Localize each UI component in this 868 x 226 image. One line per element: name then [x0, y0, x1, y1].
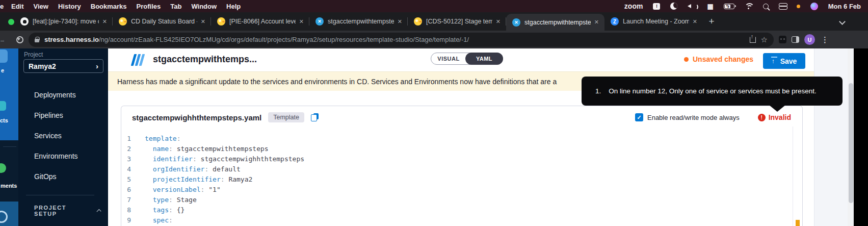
close-icon[interactable]: ✕	[298, 18, 305, 25]
sidebar-item-gitops[interactable]: GitOps	[34, 171, 57, 182]
copy-icon[interactable]	[311, 113, 319, 121]
close-icon[interactable]: ✕	[199, 18, 207, 25]
tab-label: [CDS-50122] Stage templa	[426, 18, 492, 25]
page-content: e cts ments Project Ramya2 › Deployments…	[0, 48, 868, 226]
line-number: 7	[121, 196, 131, 204]
menu-view[interactable]: View	[34, 3, 48, 10]
menubar-clock[interactable]: Mon 6 Feb	[828, 3, 861, 10]
page-gutter	[814, 48, 848, 226]
sidebar-item-environments[interactable]: Environments	[34, 151, 78, 161]
tab-cds-50122[interactable]: [CDS-50122] Stage templa ✕	[408, 12, 506, 31]
menu-bookmarks[interactable]: Bookmarks	[91, 3, 127, 10]
tab-search-chevron-icon[interactable]	[839, 18, 846, 25]
toggle-yaml[interactable]: YAML	[465, 53, 503, 65]
crescent-icon[interactable]	[670, 3, 677, 10]
duck-icon	[414, 17, 422, 26]
project-selector[interactable]: Ramya2 ›	[23, 59, 103, 73]
tab-cd-status-board[interactable]: CD Daily Status Board - Ag ✕	[113, 12, 211, 31]
visual-yaml-toggle[interactable]: VISUAL YAML	[431, 53, 503, 65]
template-studio-main: stgacctempwithtemps... VISUAL YAML Unsav…	[108, 48, 814, 226]
tab-github-pr[interactable]: [feat]:[pie-7340]: move co ✕	[14, 12, 113, 31]
extension-icon[interactable]	[779, 36, 786, 43]
harness-icon: ✕	[512, 18, 520, 27]
code-line[interactable]: 2 name: stgacctempwithtempsteps	[121, 143, 789, 154]
control-center-icon[interactable]	[779, 3, 786, 10]
module-nav-strip: e cts ments	[0, 48, 18, 226]
close-icon[interactable]: ✕	[593, 19, 600, 26]
keyboard-icon[interactable]: ▦	[707, 3, 713, 10]
siri-icon[interactable]	[810, 3, 818, 10]
yaml-code-editor[interactable]: 1template: 2 name: stgacctempwithtempste…	[121, 133, 789, 225]
menu-edit[interactable]: Edit	[11, 3, 24, 10]
tab-label: CD Daily Status Board - Ag	[131, 18, 197, 25]
line-number: 4	[121, 165, 131, 173]
module-icon-fragment-teal[interactable]	[0, 101, 6, 111]
tab-harness-template-active[interactable]: ✕ stgacctempwithtempsteps ✕	[506, 14, 604, 31]
project-setup-label: PROJECT SETUP	[34, 205, 84, 217]
spotlight-search-icon[interactable]	[763, 4, 769, 9]
tab-label: [PIE-8066] Account level t	[229, 18, 296, 25]
line-number: 8	[121, 206, 131, 214]
code-line[interactable]: 4 orgIdentifier: default	[121, 164, 789, 174]
reload-icon[interactable]	[16, 36, 23, 43]
code-line[interactable]: 8 tags: {}	[121, 205, 789, 215]
sidebar-project-setup[interactable]: PROJECT SETUP	[34, 205, 100, 217]
read-write-checkbox[interactable]: ✓	[635, 113, 643, 121]
menu-window[interactable]: Window	[191, 3, 217, 10]
sidebar-item-deployments[interactable]: Deployments	[34, 90, 76, 100]
forward-arrow-icon[interactable]: →	[0, 35, 4, 44]
bookmark-star-icon[interactable]: ☆	[761, 35, 768, 44]
battery-charging-icon[interactable]: ϟ	[724, 4, 734, 9]
traffic-light-green[interactable]	[8, 19, 14, 25]
code-line[interactable]: 6 versionLabel: "1"	[121, 184, 789, 194]
line-number: 3	[121, 155, 131, 163]
sidebar-item-services[interactable]: Services	[34, 131, 62, 141]
zoom-statusbar-label[interactable]: zoom	[624, 2, 643, 10]
tab-pie-8066[interactable]: [PIE-8066] Account level t ✕	[211, 12, 309, 31]
sidebar-item-pipelines[interactable]: Pipelines	[34, 110, 63, 120]
tab-zoom-meeting[interactable]: Z Launch Meeting - Zoom ✕	[604, 12, 703, 31]
status-alert-icon[interactable]: !	[653, 3, 660, 10]
menu-help[interactable]: Help	[226, 3, 241, 10]
close-icon[interactable]: ✕	[101, 18, 109, 25]
unsaved-changes-badge: Unsaved changes	[684, 55, 753, 63]
invalid-status-badge[interactable]: ! Invalid	[758, 113, 791, 121]
scrollbar-thumb[interactable]	[849, 83, 853, 203]
toggle-visual[interactable]: VISUAL	[431, 53, 466, 64]
browser-menu-icon[interactable]: ⋮	[820, 35, 830, 44]
menu-profiles[interactable]: Profiles	[137, 3, 161, 10]
close-icon[interactable]: ✕	[396, 18, 404, 25]
volume-icon[interactable]	[688, 3, 697, 9]
project-label: Project	[24, 51, 43, 58]
chevron-right-icon: ›	[96, 62, 98, 70]
module-icon-fragment-top[interactable]	[0, 49, 8, 63]
menu-tab[interactable]: Tab	[170, 3, 181, 10]
project-sidebar: Project Ramya2 › Deployments Pipelines S…	[18, 48, 108, 226]
browser-scrollbar[interactable]	[848, 48, 854, 226]
address-bar[interactable]: stress.harness.io/ng/account/zEaak-FLS42…	[29, 33, 774, 47]
wifi-icon[interactable]	[745, 3, 753, 9]
studio-header: stgacctempwithtemps... VISUAL YAML Unsav…	[108, 48, 814, 71]
tab-harness-template-1[interactable]: ✕ stgacctempwithtempsteps ✕	[309, 12, 408, 31]
code-line[interactable]: 7 type: Stage	[121, 194, 789, 205]
close-icon[interactable]: ✕	[494, 18, 502, 25]
line-number: 5	[121, 175, 131, 183]
line-number: 6	[121, 186, 131, 193]
share-icon[interactable]: ↑	[750, 37, 756, 43]
profile-avatar[interactable]: U	[804, 34, 815, 45]
yaml-editor-header: stgacctempwighhthtempsteps.yaml Template…	[121, 106, 802, 129]
code-line[interactable]: 1template:	[121, 133, 789, 143]
window-edge	[854, 48, 868, 226]
save-button[interactable]: ↑ Save	[763, 53, 805, 69]
code-line[interactable]: 3 identifier: stgacctempwighhthtempsteps	[121, 154, 789, 164]
code-line[interactable]: 5 projectIdentifier: Ramya2	[121, 174, 789, 184]
page-title: stgacctempwithtemps...	[153, 54, 257, 65]
side-panel-icon[interactable]	[792, 36, 799, 43]
url-text[interactable]: stress.harness.io/ng/account/zEaak-FLS42…	[44, 36, 745, 43]
lock-icon[interactable]	[35, 39, 39, 42]
code-line[interactable]: 9 spec:	[121, 215, 789, 225]
module-icon-fragment-green[interactable]	[0, 163, 6, 173]
close-icon[interactable]: ✕	[691, 18, 699, 25]
menu-history[interactable]: History	[58, 3, 81, 10]
new-tab-button[interactable]: +	[703, 12, 720, 31]
